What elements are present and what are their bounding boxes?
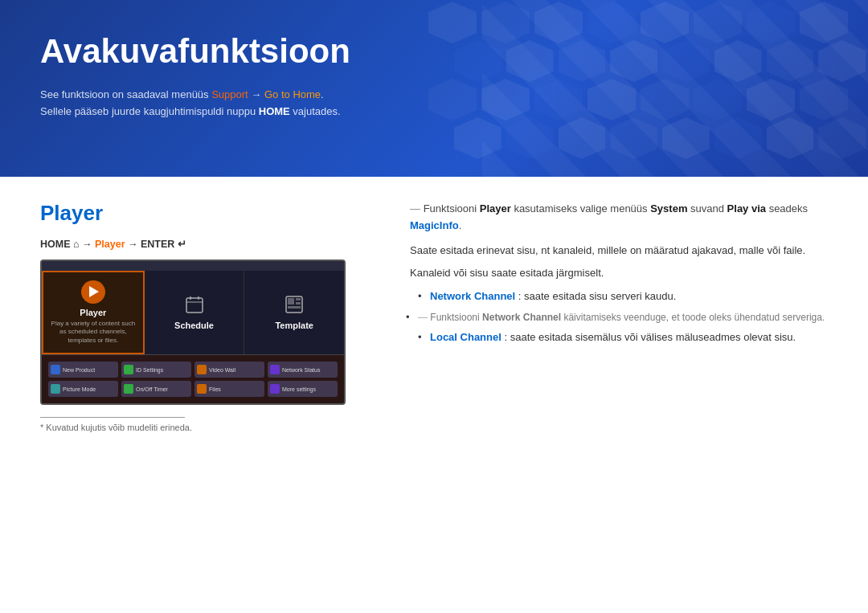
bottom-btn-video-wall[interactable]: Video Wall bbox=[194, 362, 264, 378]
menu-schedule-name: Schedule bbox=[174, 321, 214, 330]
id-settings-icon bbox=[124, 365, 133, 374]
bullet-list: Network Channel : saate esitada sisu ser… bbox=[418, 288, 828, 345]
play-icon bbox=[89, 286, 99, 297]
screen-top-bar bbox=[42, 261, 344, 271]
breadcrumb-home-icon: ⌂ → bbox=[73, 239, 95, 250]
right-content: Funktsiooni Player kasutamiseks valige m… bbox=[410, 201, 828, 345]
breadcrumb: HOME ⌂ → Player → ENTER ↵ bbox=[40, 238, 378, 250]
network-status-label: Network Status bbox=[282, 367, 320, 373]
plain-text-2: Kanaleid või sisu saate esitada järgmise… bbox=[410, 265, 828, 282]
bullet-network-channel: Network Channel : saate esitada sisu ser… bbox=[418, 288, 828, 304]
breadcrumb-player: Player bbox=[95, 239, 125, 250]
on-off-timer-label: On/Off Timer bbox=[136, 386, 168, 392]
header-subtitle-line2: Sellele pääseb juurde kaugjuhtimispuldi … bbox=[40, 104, 828, 121]
menu-item-schedule[interactable]: Schedule bbox=[145, 271, 245, 354]
bottom-btn-on-off-timer[interactable]: On/Off Timer bbox=[121, 381, 191, 397]
menu-player-name: Player bbox=[80, 308, 106, 317]
bottom-btn-new-product[interactable]: New Product bbox=[48, 362, 118, 378]
template-icon bbox=[285, 296, 303, 313]
footnote: * Kuvatud kujutis võib mudeliti erineda. bbox=[40, 423, 378, 432]
picture-mode-label: Picture Mode bbox=[63, 386, 96, 392]
on-off-timer-icon bbox=[124, 384, 133, 394]
network-status-icon bbox=[270, 365, 280, 374]
screen-mockup: Player Play a variety of content such as… bbox=[40, 260, 346, 405]
bullet-local-channel: Local Channel : saate esitada sisemälus … bbox=[418, 329, 828, 345]
header-banner: Avakuvafunktsioon See funktsioon on saad… bbox=[0, 0, 868, 177]
footnote-line bbox=[40, 417, 185, 418]
local-channel-text: : saate esitada sisemälus või välises mä… bbox=[502, 331, 796, 343]
plain-text-1: Saate esitada erinevat sisu, nt kanaleid… bbox=[410, 243, 828, 260]
video-wall-icon bbox=[197, 365, 207, 374]
bottom-btn-network-status[interactable]: Network Status bbox=[268, 362, 338, 378]
left-column: Player HOME ⌂ → Player → ENTER ↵ Player … bbox=[40, 201, 378, 432]
note-player: Funktsiooni Player kasutamiseks valige m… bbox=[410, 201, 828, 235]
more-settings-label: More settings bbox=[282, 386, 316, 392]
more-settings-icon bbox=[270, 384, 280, 394]
menu-template-name: Template bbox=[275, 321, 313, 330]
schedule-icon bbox=[186, 296, 203, 313]
files-label: Files bbox=[209, 386, 221, 392]
menu-item-template[interactable]: Template bbox=[244, 271, 344, 354]
svg-rect-0 bbox=[186, 298, 203, 313]
player-icon-circle bbox=[81, 280, 105, 304]
bottom-btn-files[interactable]: Files bbox=[194, 381, 264, 397]
section-title: Player bbox=[40, 201, 378, 226]
network-channel-sub-note: Funktsiooni Network Channel käivitamisek… bbox=[418, 312, 825, 323]
network-channel-text: : saate esitada sisu serveri kaudu. bbox=[515, 290, 676, 302]
picture-mode-icon bbox=[51, 384, 60, 394]
svg-rect-7 bbox=[296, 302, 301, 304]
breadcrumb-arrow: → bbox=[128, 239, 141, 250]
main-content: Player HOME ⌂ → Player → ENTER ↵ Player … bbox=[0, 177, 868, 456]
id-settings-label: ID Settings bbox=[136, 367, 163, 373]
menu-item-player[interactable]: Player Play a variety of content such as… bbox=[42, 271, 145, 354]
svg-rect-8 bbox=[288, 306, 301, 309]
new-product-icon bbox=[51, 365, 60, 374]
svg-rect-5 bbox=[288, 298, 294, 304]
breadcrumb-enter-icon: ↵ bbox=[178, 239, 186, 250]
right-column: Funktsiooni Player kasutamiseks valige m… bbox=[410, 201, 828, 432]
bottom-btn-id-settings[interactable]: ID Settings bbox=[121, 362, 191, 378]
screen-bottom: New Product ID Settings Video Wall Netwo… bbox=[42, 355, 344, 403]
local-channel-link: Local Channel bbox=[430, 331, 502, 343]
network-channel-link: Network Channel bbox=[430, 290, 515, 302]
video-wall-label: Video Wall bbox=[209, 367, 235, 373]
new-product-label: New Product bbox=[63, 367, 95, 373]
screen-menu: Player Play a variety of content such as… bbox=[42, 271, 344, 355]
files-icon bbox=[197, 384, 207, 394]
bottom-btn-picture-mode[interactable]: Picture Mode bbox=[48, 381, 118, 397]
bottom-btn-more-settings[interactable]: More settings bbox=[268, 381, 338, 397]
header-subtitle-line1: See funktsioon on saadaval menüüs Suppor… bbox=[40, 87, 828, 104]
breadcrumb-enter: ENTER bbox=[141, 239, 174, 250]
page-title: Avakuvafunktsioon bbox=[40, 32, 828, 71]
breadcrumb-home: HOME bbox=[40, 239, 71, 250]
bullet-network-channel-sub: Funktsiooni Network Channel käivitamisek… bbox=[406, 309, 828, 325]
svg-rect-6 bbox=[296, 298, 301, 300]
menu-player-sub: Play a variety of content such as schedu… bbox=[47, 320, 139, 345]
